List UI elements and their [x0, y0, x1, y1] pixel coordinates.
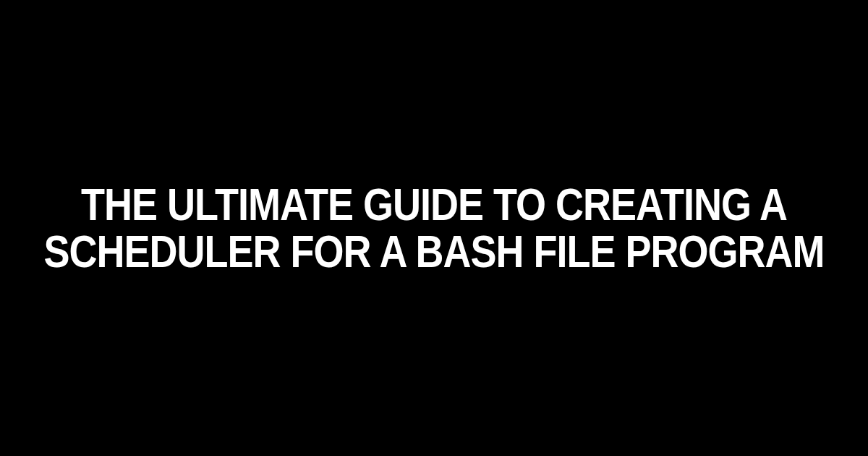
- page-title: THE ULTIMATE GUIDE TO CREATING A SCHEDUL…: [0, 181, 868, 275]
